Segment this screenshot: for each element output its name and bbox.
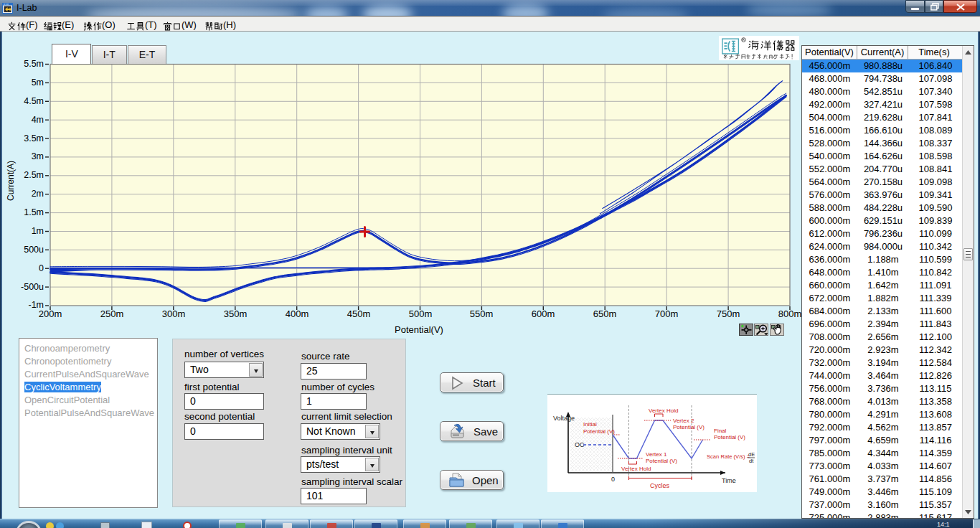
svg-text:Potential (V): Potential (V) <box>714 434 745 440</box>
svg-text:Vertex 2: Vertex 2 <box>673 418 694 424</box>
svg-text:Potential (V): Potential (V) <box>673 424 705 430</box>
svg-text:Vertex 1: Vertex 1 <box>646 451 667 458</box>
svg-text:Vertex Hold: Vertex Hold <box>621 466 651 472</box>
svg-text:dE: dE <box>748 451 755 458</box>
svg-text:Final: Final <box>714 428 727 434</box>
svg-text:0: 0 <box>611 476 615 483</box>
svg-text:Time: Time <box>722 477 736 484</box>
svg-text:Initial: Initial <box>583 421 597 428</box>
svg-text:dt: dt <box>749 458 754 464</box>
svg-text:Vertex Hold: Vertex Hold <box>649 407 678 414</box>
svg-text:Scan Rate (V/s) =: Scan Rate (V/s) = <box>707 453 750 460</box>
svg-text:OC: OC <box>575 441 585 448</box>
svg-text:Voltage: Voltage <box>553 415 575 422</box>
svg-text:Potential (V): Potential (V) <box>583 428 615 435</box>
svg-text:Potential (V): Potential (V) <box>646 458 677 464</box>
svg-text:Cycles: Cycles <box>650 482 670 489</box>
